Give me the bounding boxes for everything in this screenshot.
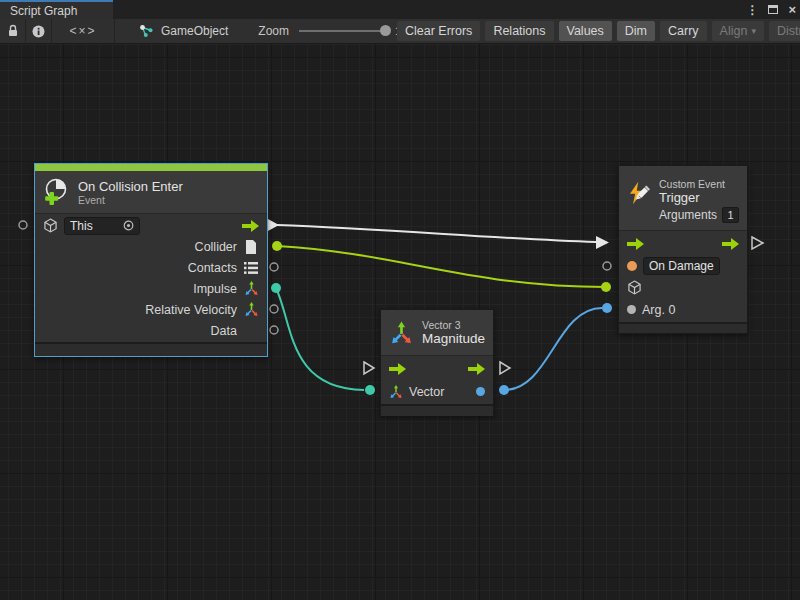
node-type-label: Vector 3 [422,319,485,331]
port-row-impulse[interactable]: Impulse [35,278,267,299]
wire-flow-arrowhead [596,236,609,249]
cube-icon [627,280,642,295]
node-on-collision-enter[interactable]: On Collision Enter Event This [34,163,268,357]
code-view-button[interactable]: <×> [52,19,114,44]
port-flow-in-vector-empty[interactable] [364,362,374,374]
node-body: Vector [381,356,493,404]
flow-row[interactable] [619,233,747,255]
node-vector3-magnitude[interactable]: Vector 3 Magnitude [380,309,494,416]
port-event-name-in-empty[interactable] [603,262,611,270]
node-title: On Collision Enter [78,179,183,194]
info-icon [32,25,45,38]
node-footer [619,322,747,333]
port-row-contacts[interactable]: Contacts [35,257,267,278]
graph-toolbar: <×> GameObject Zoom 1x Clear Errors Rela… [0,19,800,44]
zoom-slider[interactable] [299,30,389,32]
port-flow-out-vector-empty[interactable] [500,362,510,374]
zoom-label: Zoom [258,24,289,38]
node-footer [381,404,493,416]
port-collider-out[interactable] [272,241,282,251]
flow-arrow-icon[interactable] [242,220,259,232]
port-this-in-empty[interactable] [19,221,27,229]
wire-flow [277,225,596,242]
string-port-dot[interactable] [627,261,637,271]
wire-collider [277,246,606,287]
toolbar-separator [114,19,115,44]
generic-port-dot[interactable] [627,305,636,314]
event-name-field[interactable]: On Damage [643,257,720,275]
port-row-collider[interactable]: Collider [35,236,267,257]
title-bar: Script Graph ⋮ × [0,0,800,19]
node-custom-event-trigger[interactable]: Custom Event Trigger Arguments 1 [618,165,748,334]
object-picker-icon[interactable] [123,220,134,231]
node-type-label: Custom Event [659,178,739,190]
collision-event-icon [43,178,70,206]
arguments-count-field[interactable]: 1 [722,207,739,223]
graph-network-icon [139,24,154,38]
relations-button[interactable]: Relations [485,21,553,41]
flow-arrow-icon[interactable] [468,363,485,375]
flow-arrow-icon[interactable] [627,238,644,250]
wire-magnitude [504,308,602,390]
zoom-control: Zoom 1x [258,24,406,38]
port-contacts-out-empty[interactable] [270,263,278,271]
target-row[interactable] [619,277,747,299]
script-graph-window: Script Graph ⋮ × <×> [0,0,800,600]
this-field[interactable]: This [64,217,140,235]
custom-event-icon [627,178,651,208]
maximize-icon[interactable] [768,5,778,14]
node-body: This Collider [35,214,267,342]
port-relative-velocity-out-empty[interactable] [270,305,278,313]
clear-errors-button[interactable]: Clear Errors [397,21,480,41]
port-data-out-empty[interactable] [270,326,278,334]
node-header: On Collision Enter Event [35,171,267,214]
node-footer [35,342,267,356]
vector3-icon-large [389,319,414,347]
gameobject-reference[interactable]: GameObject [139,24,228,38]
toolbar-button-group: Clear Errors Relations Values Dim Carry … [397,21,800,41]
gameobject-label: GameObject [161,24,228,38]
chevron-down-icon: ▾ [751,26,756,36]
port-flow-out-collision[interactable] [267,219,279,232]
carry-toggle[interactable]: Carry [660,21,707,41]
port-row-arg0[interactable]: Arg. 0 [619,299,747,321]
collider-document-icon [245,240,257,254]
port-target-in[interactable] [601,282,611,292]
target-row: This [35,215,267,236]
align-dropdown[interactable]: Align ▾ [712,21,764,41]
values-toggle[interactable]: Values [559,21,612,41]
node-header: Vector 3 Magnitude [381,310,493,356]
close-icon[interactable]: × [788,2,796,17]
list-icon [244,262,258,274]
vector3-icon [244,302,259,317]
flow-arrow-icon[interactable] [389,363,406,375]
flow-row[interactable] [381,357,493,380]
port-impulse-out[interactable] [271,283,281,293]
port-row-data[interactable]: Data [35,320,267,341]
graph-canvas[interactable]: On Collision Enter Event This [0,44,800,600]
port-row-relative-velocity[interactable]: Relative Velocity [35,299,267,320]
port-flow-out-trigger-empty[interactable] [752,237,763,249]
port-row-vector[interactable]: Vector [381,380,493,403]
flow-arrow-icon[interactable] [722,238,739,250]
tab-script-graph[interactable]: Script Graph [0,0,113,19]
node-header: Custom Event Trigger Arguments 1 [619,166,747,231]
info-button[interactable] [26,19,51,44]
port-magnitude-out[interactable] [499,385,509,395]
dim-toggle[interactable]: Dim [617,21,655,41]
node-subtitle: Event [78,194,183,206]
distribute-dropdown[interactable]: Distribute ▾ [769,21,800,41]
node-title: Trigger [659,190,739,205]
event-name-row: On Damage [619,255,747,277]
port-vector-in[interactable] [365,385,375,395]
vector3-icon [389,385,403,399]
kebab-menu-icon[interactable]: ⋮ [746,3,758,17]
float-output-dot[interactable] [476,387,485,396]
wire-impulse [276,288,364,390]
vector3-icon [244,281,259,296]
zoom-slider-handle[interactable] [380,25,391,36]
node-body: On Damage Arg. 0 [619,231,747,322]
lock-button[interactable] [0,19,25,44]
node-title: Magnitude [422,331,485,346]
port-arg0-in[interactable] [602,303,612,313]
